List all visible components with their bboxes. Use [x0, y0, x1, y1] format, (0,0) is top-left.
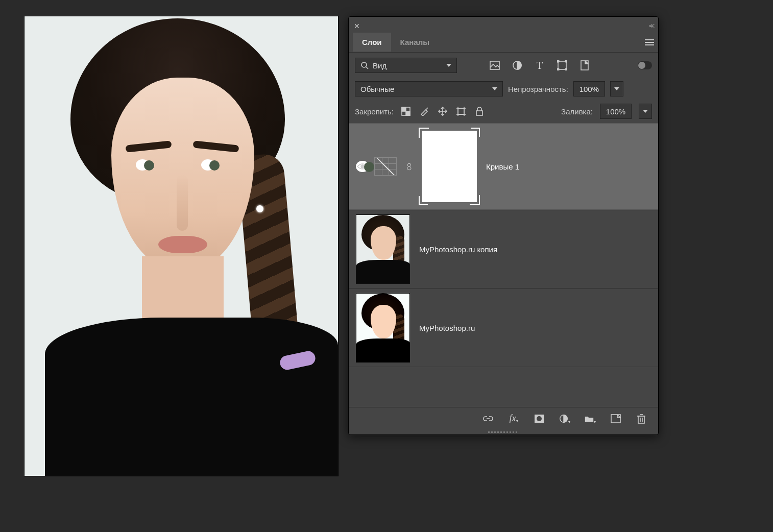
search-icon — [360, 61, 369, 69]
layer-mask-thumb[interactable] — [422, 131, 477, 202]
layer-thumb[interactable] — [356, 293, 410, 362]
svg-line-1 — [366, 67, 368, 69]
svg-point-5 — [557, 60, 559, 62]
blend-mode-select[interactable]: Обычные — [355, 81, 503, 96]
link-icon[interactable] — [482, 413, 494, 424]
chevron-down-icon — [643, 110, 648, 113]
portrait-image — [25, 16, 338, 476]
chevron-down-icon — [614, 87, 619, 90]
type-filter-icon[interactable]: T — [535, 60, 545, 70]
fill-label: Заливка: — [561, 107, 593, 116]
lock-all-icon[interactable] — [474, 106, 485, 116]
adjustment-filter-icon[interactable] — [512, 60, 522, 70]
svg-point-22 — [361, 165, 364, 168]
chevron-down-icon — [492, 87, 497, 90]
svg-line-13 — [426, 108, 428, 110]
opacity-label: Непрозрачность: — [508, 85, 568, 93]
lock-position-icon[interactable] — [438, 106, 448, 116]
document-canvas[interactable] — [25, 16, 338, 476]
close-panel-icon[interactable]: ✕ — [354, 22, 360, 30]
tab-layers[interactable]: Слои — [353, 33, 391, 52]
svg-rect-12 — [406, 111, 410, 115]
curves-adjustment-thumb[interactable] — [374, 157, 397, 176]
adjustment-icon[interactable]: ▾ — [559, 413, 570, 424]
chevron-down-icon — [446, 64, 451, 67]
svg-point-6 — [565, 60, 567, 62]
lock-paint-icon[interactable] — [419, 106, 429, 116]
layer-row[interactable]: 𝟾 Кривые 1 — [349, 123, 658, 210]
layer-filter-kind-select[interactable]: Вид — [355, 58, 457, 73]
svg-point-7 — [557, 68, 559, 70]
svg-rect-11 — [402, 107, 406, 111]
svg-rect-9 — [581, 61, 588, 70]
layer-thumb[interactable] — [356, 214, 410, 284]
group-icon[interactable]: ▾ — [585, 413, 596, 424]
tab-channels[interactable]: Каналы — [391, 33, 439, 52]
panel-menu-icon[interactable] — [645, 39, 654, 45]
opacity-dropdown-button[interactable] — [610, 81, 623, 96]
layer-name-label[interactable]: Кривые 1 — [486, 162, 519, 171]
svg-rect-4 — [558, 61, 566, 69]
svg-rect-21 — [476, 111, 482, 115]
svg-point-8 — [565, 68, 567, 70]
layer-row[interactable]: MyPhotoshop.ru копия — [349, 210, 658, 288]
filter-toggle[interactable] — [638, 61, 652, 69]
visibility-toggle-icon[interactable] — [356, 161, 369, 172]
smartobject-filter-icon[interactable] — [579, 60, 590, 70]
lock-artboard-icon[interactable] — [456, 106, 466, 116]
layer-name-label[interactable]: MyPhotoshop.ru копия — [419, 245, 497, 254]
svg-rect-29 — [638, 416, 644, 423]
svg-point-26 — [537, 416, 542, 421]
trash-icon[interactable] — [636, 413, 647, 424]
svg-rect-16 — [458, 108, 464, 114]
shape-filter-icon[interactable] — [557, 60, 567, 70]
mask-icon[interactable] — [534, 413, 545, 424]
mask-link-icon[interactable]: 𝟾 — [406, 161, 413, 173]
layer-name-label[interactable]: MyPhotoshop.ru — [419, 324, 475, 332]
fill-dropdown-button[interactable] — [639, 104, 652, 119]
panel-resize-grip[interactable] — [349, 429, 658, 434]
blend-mode-value: Обычные — [360, 85, 394, 93]
layer-filter-kind-label: Вид — [373, 61, 386, 70]
opacity-value-field[interactable]: 100% — [573, 81, 605, 96]
image-filter-icon[interactable] — [490, 60, 500, 70]
svg-point-0 — [361, 62, 367, 67]
fx-icon[interactable]: fx▾ — [508, 413, 519, 424]
collapse-panel-icon[interactable]: << — [649, 22, 653, 30]
fill-value-field[interactable]: 100% — [600, 104, 632, 119]
lock-transparency-icon[interactable] — [401, 106, 411, 116]
layer-row[interactable]: MyPhotoshop.ru — [349, 288, 658, 367]
lock-label: Закрепить: — [355, 107, 394, 116]
layers-panel: ✕ << Слои Каналы Вид T — [348, 16, 659, 435]
new-layer-icon[interactable] — [610, 413, 621, 424]
